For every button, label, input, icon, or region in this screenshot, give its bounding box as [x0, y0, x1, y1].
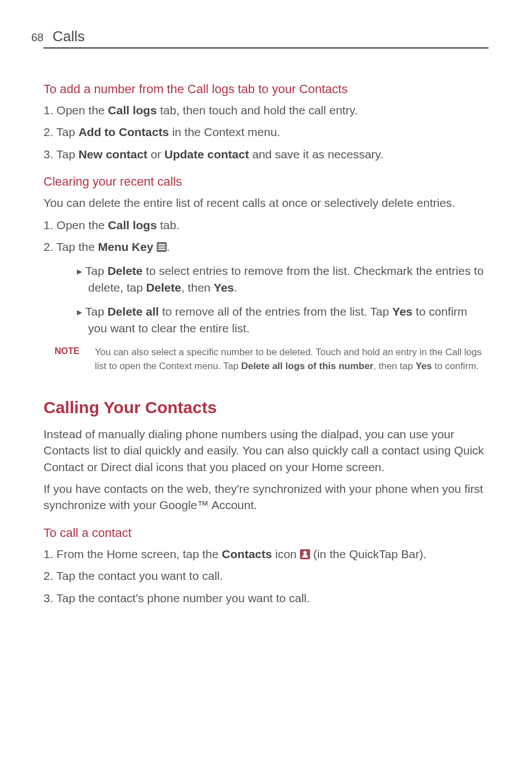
bold-text: Add to Contacts	[79, 125, 169, 138]
text: to confirm.	[432, 361, 478, 371]
page-header: 68 Calls	[43, 28, 489, 49]
page-number: 68	[31, 31, 43, 44]
text: Tap	[85, 305, 108, 318]
sub-bullet-item: ▶Tap Delete all to remove all of the ent…	[77, 303, 489, 336]
sub-bullet-list: ▶Tap Delete to select entries to remove …	[58, 263, 489, 336]
bold-text: Yes	[214, 281, 234, 294]
text: to remove all of the entries from the li…	[159, 305, 393, 318]
section-title: Calls	[52, 28, 85, 45]
text: 1. Open the	[43, 219, 108, 231]
text: (in the QuickTap Bar).	[310, 548, 427, 560]
text: , then tap	[374, 361, 416, 371]
bold-text: Yes	[393, 305, 413, 318]
text: 2. Tap the	[43, 240, 98, 253]
paragraph: You can delete the entire list of recent…	[43, 195, 489, 211]
bold-text: Menu Key	[98, 240, 153, 253]
text: 3. Tap	[43, 148, 79, 161]
text: tab, then touch and hold the call entry.	[157, 104, 357, 117]
bold-text: Yes	[415, 361, 432, 371]
text: .	[234, 281, 238, 294]
text: 2. Tap	[43, 125, 79, 138]
heading-calling-contacts: Calling Your Contacts	[43, 398, 489, 417]
paragraph: If you have contacts on the web, they're…	[43, 481, 489, 514]
bold-text: Delete	[108, 264, 143, 277]
text: 1. Open the	[43, 104, 108, 117]
note-text: You can also select a specific number to…	[95, 345, 489, 374]
text: and save it as necessary.	[249, 148, 383, 161]
bold-text: New contact	[79, 148, 148, 161]
text: icon	[272, 548, 300, 560]
paragraph: Instead of manually dialing phone number…	[43, 426, 489, 475]
menu-key-icon	[157, 242, 167, 252]
bold-text: Delete all logs of this number	[241, 361, 373, 371]
bold-text: Call logs	[108, 219, 157, 231]
text: Tap	[85, 264, 108, 277]
triangle-bullet-icon: ▶	[77, 308, 82, 316]
heading-add-number: To add a number from the Call logs tab t…	[43, 82, 489, 96]
step-item: 2. Tap the Menu Key . ▶Tap Delete to sel…	[43, 239, 489, 336]
bold-text: Update contact	[165, 148, 249, 161]
heading-clearing-calls: Clearing your recent calls	[43, 175, 489, 189]
triangle-bullet-icon: ▶	[77, 268, 82, 275]
bold-text: Delete	[146, 281, 181, 294]
text: in the Context menu.	[169, 125, 280, 138]
text: 1. From the Home screen, tap the	[43, 548, 222, 560]
text: or	[147, 148, 164, 161]
note-label: NOTE	[55, 345, 95, 374]
step-item: 3. Tap New contact or Update contact and…	[43, 146, 489, 162]
step-item: 1. Open the Call logs tab, then touch an…	[43, 102, 489, 118]
step-item: 1. From the Home screen, tap the Contact…	[43, 546, 489, 562]
step-item: 1. Open the Call logs tab.	[43, 217, 489, 233]
contacts-icon	[300, 549, 310, 559]
bold-text: Contacts	[222, 548, 272, 560]
bold-text: Delete all	[108, 305, 159, 318]
step-item: 2. Tap Add to Contacts in the Context me…	[43, 124, 489, 140]
note-block: NOTE You can also select a specific numb…	[55, 345, 489, 374]
heading-call-contact: To call a contact	[43, 526, 489, 540]
sub-bullet-item: ▶Tap Delete to select entries to remove …	[77, 263, 489, 296]
call-contact-steps: 1. From the Home screen, tap the Contact…	[43, 546, 489, 606]
step-item: 2. Tap the contact you want to call.	[43, 568, 489, 584]
step-item: 3. Tap the contact's phone number you wa…	[43, 590, 489, 606]
clearing-steps: 1. Open the Call logs tab. 2. Tap the Me…	[43, 217, 489, 336]
add-number-steps: 1. Open the Call logs tab, then touch an…	[43, 102, 489, 162]
text: .	[167, 240, 170, 253]
bold-text: Call logs	[108, 104, 157, 117]
text: , then	[181, 281, 214, 294]
text: tab.	[157, 219, 180, 231]
document-page: 68 Calls To add a number from the Call l…	[0, 0, 532, 645]
